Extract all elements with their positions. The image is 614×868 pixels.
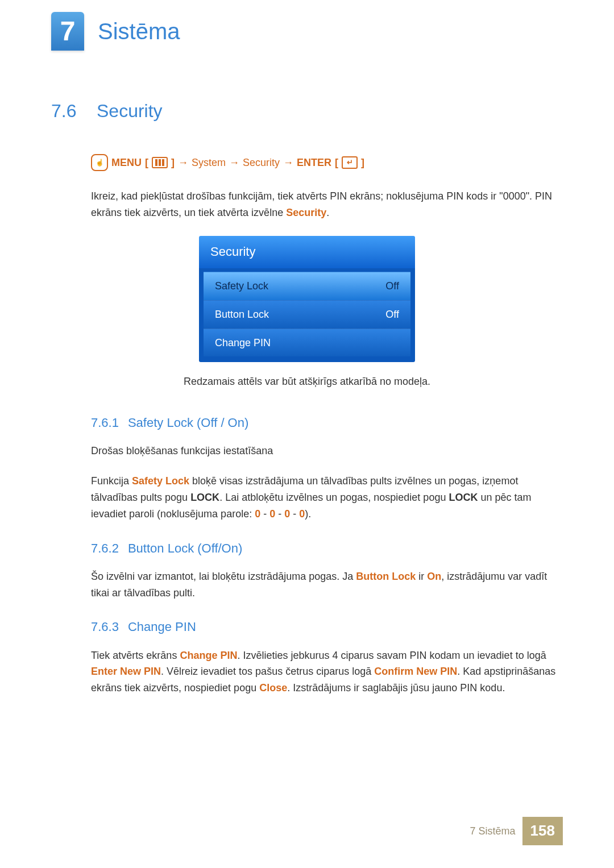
subsection-heading-change-pin: 7.6.3Change PIN (91, 617, 563, 637)
page-footer: 7 Sistēma 158 (463, 817, 563, 845)
arrow-icon: → (283, 155, 293, 171)
safety-lock-description: Funkcija Safety Lock bloķē visas izstrād… (91, 473, 563, 522)
menu-row-change-pin[interactable]: Change PIN (204, 329, 410, 357)
subsection-heading-button-lock: 7.6.2Button Lock (Off/On) (91, 538, 563, 558)
menu-row-safety-lock[interactable]: Safety Lock Off (204, 272, 410, 300)
chapter-number-tab: 7 (51, 12, 84, 51)
safety-lock-intro: Drošas bloķēšanas funkcijas iestatīšana (91, 443, 563, 459)
change-pin-description: Tiek atvērts ekrāns Change PIN. Izvēliet… (91, 647, 563, 696)
nav-system-label: System (192, 155, 226, 171)
arrow-icon: → (178, 155, 188, 171)
menu-row-label: Safety Lock (215, 278, 268, 294)
menu-title: Security (199, 236, 415, 268)
remote-menu-icon: ☝ (91, 154, 108, 171)
chapter-title: Sistēma (98, 13, 180, 49)
menu-row-value: Off (385, 278, 399, 294)
menu-row-value: Off (385, 306, 399, 323)
intro-paragraph: Ikreiz, kad piekļūstat drošības funkcijā… (91, 188, 563, 221)
subsection-heading-safety-lock: 7.6.1Safety Lock (Off / On) (91, 413, 563, 433)
image-caption: Redzamais attēls var būt atšķirīgs atkar… (51, 373, 563, 390)
button-lock-description: Šo izvēlni var izmantot, lai bloķētu izs… (91, 568, 563, 601)
nav-security-label: Security (243, 155, 280, 171)
enter-icon: ↵ (342, 156, 358, 169)
footer-page-number: 158 (522, 817, 563, 845)
menu-navigation-path: ☝ MENU [ ] → System → Security → ENTER [… (91, 154, 563, 171)
footer-chapter-label: 7 Sistēma (463, 819, 522, 844)
nav-enter-label: ENTER (297, 155, 331, 171)
nav-menu-label: MENU (111, 155, 142, 171)
security-menu-screenshot: Security Safety Lock Off Button Lock Off… (199, 236, 415, 363)
menu-row-label: Change PIN (215, 335, 271, 351)
menu-bars-icon (152, 157, 168, 168)
section-title: Security (97, 97, 163, 126)
section-number: 7.6 (51, 97, 97, 126)
arrow-icon: → (229, 155, 239, 171)
menu-row-button-lock[interactable]: Button Lock Off (204, 300, 410, 329)
menu-row-label: Button Lock (215, 306, 269, 323)
